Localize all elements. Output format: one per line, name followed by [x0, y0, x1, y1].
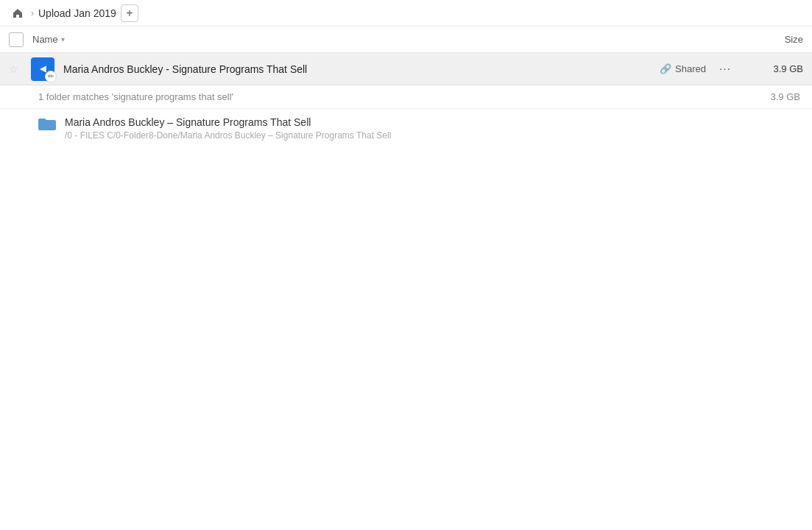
matches-bar: 1 folder matches 'signature programs tha…: [0, 85, 812, 109]
subfolder-name: Maria Andros Buckley – Signature Program…: [65, 116, 391, 128]
name-column-label: Name: [32, 34, 58, 45]
name-sort-icon: ▾: [61, 35, 65, 43]
subfolder-row[interactable]: Maria Andros Buckley – Signature Program…: [0, 109, 812, 148]
add-button[interactable]: +: [121, 4, 138, 22]
subfolder-path: /0 - FILES C/0-Folder8-Done/Maria Andros…: [65, 130, 391, 141]
matches-text: 1 folder matches 'signature programs tha…: [38, 91, 233, 102]
home-button[interactable]: [9, 4, 27, 22]
file-name[interactable]: Maria Andros Buckley - Signature Program…: [63, 63, 651, 75]
column-header-row: Name ▾ Size: [0, 26, 812, 53]
link-icon: 🔗: [660, 63, 671, 74]
breadcrumb-title: Upload Jan 2019: [38, 7, 116, 19]
name-column-header[interactable]: Name ▾: [32, 34, 735, 45]
shared-indicator: 🔗 Shared: [660, 63, 706, 74]
file-size: 3.9 GB: [744, 63, 803, 74]
matches-size: 3.9 GB: [771, 91, 800, 102]
file-icon-label: ◀: [40, 64, 46, 74]
breadcrumb-separator: ›: [31, 8, 34, 18]
file-icon: ◀: [31, 57, 54, 81]
subfolder-info: Maria Andros Buckley – Signature Program…: [65, 116, 391, 141]
more-options-button[interactable]: ···: [715, 59, 735, 80]
size-column-header[interactable]: Size: [744, 34, 803, 45]
file-row[interactable]: ☆ ◀ Maria Andros Buckley - Signature Pro…: [0, 53, 812, 85]
folder-icon: [38, 118, 56, 131]
select-all-checkbox[interactable]: [9, 32, 24, 47]
breadcrumb-bar: › Upload Jan 2019 +: [0, 0, 812, 26]
star-icon[interactable]: ☆: [9, 63, 22, 75]
shared-label: Shared: [675, 63, 706, 74]
